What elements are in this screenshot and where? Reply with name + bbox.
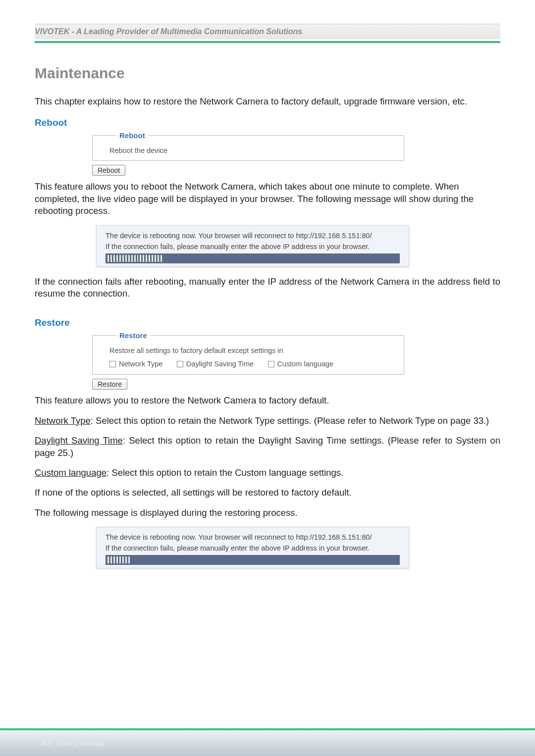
restore-panel: Restore Restore all settings to factory …	[92, 331, 404, 375]
checkbox-icon	[268, 361, 274, 367]
page-footer: 84 - User's Manual	[0, 728, 535, 756]
header-brand: VIVOTEK - A Leading Provider of Multimed…	[35, 27, 500, 36]
restore-option-label: Network Type	[119, 360, 162, 368]
restore-progress-bar	[106, 555, 400, 565]
reboot-panel-legend: Reboot	[116, 131, 148, 140]
checkbox-icon	[177, 361, 183, 367]
reboot-description: This feature allows you to reboot the Ne…	[35, 181, 500, 217]
restore-msg-line1: The device is rebooting now. Your browse…	[106, 533, 400, 541]
restore-opt-network: Network Type: Select this option to reta…	[35, 415, 500, 427]
page-title: Maintenance	[35, 65, 500, 82]
restore-following-text: The following message is displayed durin…	[35, 507, 500, 519]
restore-opt-dst: Daylight Saving Time: Select this option…	[35, 435, 500, 459]
restore-option-language[interactable]: Custom language	[268, 360, 334, 368]
reboot-panel: Reboot Reboot the device	[92, 131, 404, 161]
restore-options-row: Network Type Daylight Saving Time Custom…	[109, 359, 394, 368]
restore-msg-line2: If the connection fails, please manually…	[106, 544, 400, 552]
reboot-message-box: The device is rebooting now. Your browse…	[96, 225, 409, 267]
page-header: VIVOTEK - A Leading Provider of Multimed…	[35, 24, 500, 39]
restore-opt-lang: Custom language: Select this option to r…	[35, 467, 500, 479]
reboot-panel-wrap: Reboot Reboot the device Reboot	[92, 131, 500, 176]
restore-panel-legend: Restore	[116, 331, 150, 340]
intro-paragraph: This chapter explains how to restore the…	[35, 96, 500, 107]
restore-opt-lang-label: Custom language	[35, 467, 107, 478]
restore-heading: Restore	[35, 317, 500, 328]
header-divider	[35, 41, 500, 43]
reboot-msg-line1: The device is rebooting now. Your browse…	[106, 232, 400, 240]
footer-page-number: 84 - User's Manual	[0, 730, 535, 748]
restore-description: This feature allows you to restore the N…	[35, 395, 500, 406]
checkbox-icon	[109, 361, 116, 367]
reboot-panel-text: Reboot the device	[109, 147, 394, 154]
reboot-after-text: If the connection fails after rebooting,…	[35, 276, 500, 300]
restore-button[interactable]: Restore	[92, 379, 127, 390]
restore-panel-wrap: Restore Restore all settings to factory …	[92, 331, 500, 390]
reboot-heading: Reboot	[35, 117, 500, 128]
restore-option-label: Custom language	[277, 360, 334, 368]
restore-message-box: The device is rebooting now. Your browse…	[96, 527, 409, 568]
reboot-msg-line2: If the connection fails, please manually…	[106, 243, 400, 251]
restore-option-network[interactable]: Network Type	[109, 360, 162, 368]
reboot-button[interactable]: Reboot	[92, 165, 125, 176]
restore-opt-dst-label: Daylight Saving Time	[35, 435, 123, 446]
restore-opt-network-text: : Select this option to retain the Netwo…	[91, 415, 489, 426]
restore-option-label: Daylight Saving Time	[186, 360, 254, 368]
restore-option-dst[interactable]: Daylight Saving Time	[177, 360, 254, 368]
restore-panel-text: Restore all settings to factory default …	[109, 347, 394, 354]
restore-none-text: If none of the options is selected, all …	[35, 487, 500, 499]
restore-opt-lang-text: : Select this option to retain the Custo…	[107, 467, 343, 478]
restore-opt-network-label: Network Type	[35, 415, 91, 426]
reboot-progress-bar	[106, 253, 400, 263]
